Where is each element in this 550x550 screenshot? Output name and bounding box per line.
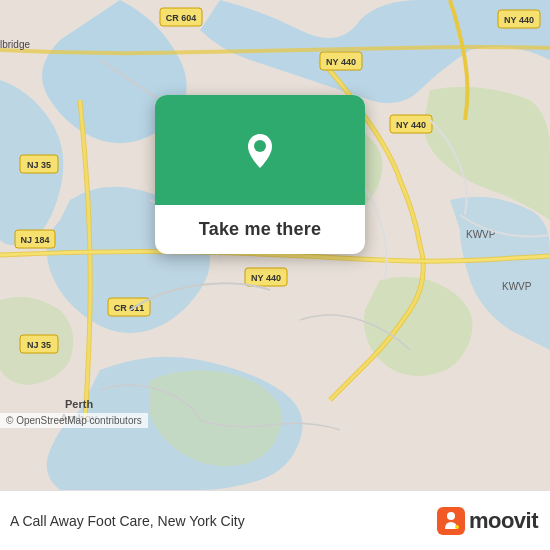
svg-text:NJ 184: NJ 184 bbox=[20, 235, 49, 245]
svg-text:CR 604: CR 604 bbox=[166, 13, 197, 23]
svg-point-25 bbox=[254, 140, 266, 152]
svg-text:NY 440: NY 440 bbox=[396, 120, 426, 130]
location-pin-icon bbox=[234, 124, 286, 176]
svg-text:NJ 35: NJ 35 bbox=[27, 160, 51, 170]
svg-text:Perth: Perth bbox=[65, 398, 93, 410]
moovit-label: moovit bbox=[469, 508, 538, 534]
svg-text:lbridge: lbridge bbox=[0, 39, 30, 50]
location-card[interactable]: Take me there bbox=[155, 95, 365, 254]
map-container: NY 440 NY 440 NY 440 NJ 35 NJ 35 NJ 184 … bbox=[0, 0, 550, 490]
svg-text:NY 440: NY 440 bbox=[504, 15, 534, 25]
svg-text:KWVP: KWVP bbox=[502, 281, 532, 292]
svg-point-27 bbox=[447, 512, 455, 520]
moovit-brand-icon bbox=[437, 507, 465, 535]
svg-text:NY 440: NY 440 bbox=[326, 57, 356, 67]
svg-rect-26 bbox=[437, 507, 465, 535]
svg-text:NY 440: NY 440 bbox=[251, 273, 281, 283]
card-header bbox=[155, 95, 365, 205]
take-me-there-button[interactable]: Take me there bbox=[155, 205, 365, 254]
bottom-bar: A Call Away Foot Care, New York City moo… bbox=[0, 490, 550, 550]
location-text: A Call Away Foot Care, New York City bbox=[10, 513, 245, 529]
moovit-logo[interactable]: moovit bbox=[437, 507, 538, 535]
svg-text:NJ 35: NJ 35 bbox=[27, 340, 51, 350]
map-attribution: © OpenStreetMap contributors bbox=[0, 413, 148, 428]
svg-point-28 bbox=[455, 525, 459, 529]
